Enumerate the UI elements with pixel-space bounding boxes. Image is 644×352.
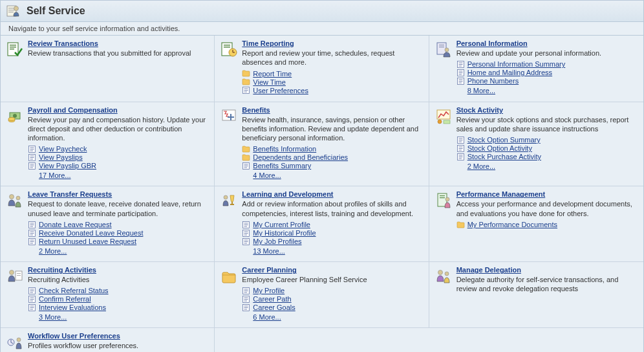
svg-point-38 bbox=[8, 117, 15, 120]
tile-title-link-performance-management[interactable]: Performance Management bbox=[456, 190, 546, 198]
page-icon bbox=[28, 296, 36, 303]
page-icon bbox=[242, 221, 250, 228]
tile-title-link-manage-delegation[interactable]: Manage Delegation bbox=[456, 266, 521, 274]
svg-point-74 bbox=[16, 196, 20, 200]
tile-desc: Review transactions that you submitted f… bbox=[28, 49, 209, 58]
tile-title-link-stock-activity[interactable]: Stock Activity bbox=[456, 106, 503, 114]
svg-point-59 bbox=[438, 120, 442, 124]
svg-rect-103 bbox=[440, 195, 445, 196]
sublink-stock-option-summary[interactable]: Stock Option Summary bbox=[467, 136, 541, 144]
tile-title-link-leave-transfer-requests[interactable]: Leave Transfer Requests bbox=[28, 190, 112, 198]
sublink-row: Phone Numbers bbox=[456, 77, 638, 85]
sublink-benefits-information[interactable]: Benefits Information bbox=[253, 145, 316, 153]
sublink-row: My Job Profiles bbox=[242, 237, 423, 245]
tile-body: Performance ManagementAccess your perfor… bbox=[456, 190, 638, 229]
money-icon bbox=[6, 107, 24, 126]
tile-body: BenefitsReview health, insurance, saving… bbox=[242, 106, 423, 180]
sublink-dependents-and-beneficiaries[interactable]: Dependents and Beneficiaries bbox=[253, 153, 348, 161]
folder-icon bbox=[242, 70, 250, 77]
clock-icon bbox=[220, 41, 238, 59]
page-icon bbox=[456, 78, 465, 85]
sublink-row: My Current Profile bbox=[242, 221, 423, 228]
page-icon bbox=[28, 238, 36, 245]
sublink-view-payslip-gbr[interactable]: View Payslip GBR bbox=[39, 162, 96, 170]
tile-title-link-review-transactions[interactable]: Review Transactions bbox=[28, 39, 98, 47]
sublink-row: View Paycheck bbox=[28, 145, 209, 153]
tile-title-link-benefits[interactable]: Benefits bbox=[242, 106, 270, 114]
tile-title-link-time-reporting[interactable]: Time Reporting bbox=[242, 39, 294, 47]
sublink-confirm-referral[interactable]: Confirm Referral bbox=[39, 295, 91, 303]
svg-rect-53 bbox=[228, 116, 234, 118]
tile-body: Leave Transfer RequestsRequest to donate… bbox=[28, 190, 209, 255]
sublink-row: Check Referral Status bbox=[28, 287, 209, 294]
sublink-receive-donated-leave-request[interactable]: Receive Donated Leave Request bbox=[39, 229, 143, 237]
tile-body: Stock ActivityReview your stock options … bbox=[456, 106, 638, 171]
more-link-stock-activity[interactable]: 2 More... bbox=[467, 162, 495, 170]
sublink-view-time[interactable]: View Time bbox=[253, 78, 286, 86]
tile-title-link-personal-information[interactable]: Personal Information bbox=[456, 39, 528, 47]
sublink-benefits-summary[interactable]: Benefits Summary bbox=[253, 162, 311, 170]
sublink-row: Career Goals bbox=[242, 303, 423, 311]
more-link-payroll-and-compensation[interactable]: 17 More... bbox=[39, 171, 71, 179]
sublink-my-current-profile[interactable]: My Current Profile bbox=[253, 221, 310, 228]
tile-time-reporting: Time ReportingReport and review your tim… bbox=[215, 36, 429, 102]
folder-icon bbox=[456, 221, 465, 228]
sublink-report-time[interactable]: Report Time bbox=[253, 70, 292, 78]
page-icon bbox=[28, 230, 36, 237]
sublink-stock-purchase-activity[interactable]: Stock Purchase Activity bbox=[467, 153, 541, 160]
sublink-row: Donate Leave Request bbox=[28, 221, 209, 228]
tile-title-link-learning-and-development[interactable]: Learning and Development bbox=[242, 190, 333, 198]
page-title: Self Service bbox=[27, 5, 85, 17]
sublink-row: Return Unused Leave Request bbox=[28, 237, 209, 245]
tile-body: Payroll and CompensationReview your pay … bbox=[28, 106, 209, 180]
sublink-career-goals[interactable]: Career Goals bbox=[253, 303, 295, 311]
sublink-row: Report Time bbox=[242, 70, 423, 78]
tile-title-link-recruiting-activities[interactable]: Recruiting Activities bbox=[28, 266, 96, 274]
more-link-career-planning[interactable]: 6 More... bbox=[253, 313, 281, 321]
more-link-leave-transfer-requests[interactable]: 2 More... bbox=[39, 247, 67, 255]
tile-desc: Review your pay and compensation history… bbox=[28, 115, 209, 143]
page-icon bbox=[28, 287, 36, 294]
more-link-recruiting-activities[interactable]: 3 More... bbox=[39, 313, 67, 321]
tile-personal-information: Personal InformationReview and update yo… bbox=[429, 36, 643, 102]
page-icon bbox=[242, 238, 250, 245]
sublink-user-preferences[interactable]: User Preferences bbox=[253, 87, 308, 94]
more-link-learning-and-development[interactable]: 13 More... bbox=[253, 247, 285, 255]
page-icon bbox=[242, 162, 250, 170]
sublink-donate-leave-request[interactable]: Donate Leave Request bbox=[39, 221, 112, 228]
more-link-personal-information[interactable]: 8 More... bbox=[467, 87, 495, 94]
more-link-benefits[interactable]: 4 More... bbox=[253, 171, 281, 179]
sublink-phone-numbers[interactable]: Phone Numbers bbox=[467, 77, 519, 85]
svg-rect-88 bbox=[231, 202, 233, 204]
sublink-check-referral-status[interactable]: Check Referral Status bbox=[39, 287, 109, 294]
self-service-page: Self Service Navigate to your self servi… bbox=[0, 0, 644, 352]
sublink-my-profile[interactable]: My Profile bbox=[253, 287, 284, 294]
page-icon bbox=[456, 145, 465, 152]
sublink-view-payslips[interactable]: View Payslips bbox=[39, 153, 83, 161]
sublink-stock-option-activity[interactable]: Stock Option Activity bbox=[467, 144, 532, 152]
perf-icon bbox=[435, 192, 453, 210]
sublink-home-and-mailing-address[interactable]: Home and Mailing Address bbox=[467, 69, 552, 76]
tile-sublinks: Check Referral StatusConfirm ReferralInt… bbox=[28, 287, 209, 311]
sublink-view-paycheck[interactable]: View Paycheck bbox=[39, 145, 87, 153]
tile-title-link-workflow-user-preferences[interactable]: Workflow User Preferences bbox=[28, 332, 120, 340]
tile-workflow-user-preferences: Workflow User PreferencesProfiles workfl… bbox=[1, 328, 215, 352]
recruit-icon bbox=[6, 267, 24, 285]
sublink-row: View Payslips bbox=[28, 153, 209, 161]
sublink-return-unused-leave-request[interactable]: Return Unused Leave Request bbox=[39, 237, 136, 245]
sublink-career-path[interactable]: Career Path bbox=[253, 295, 291, 303]
tile-sublinks: My Current ProfileMy Historical ProfileM… bbox=[242, 221, 423, 245]
sublink-interview-evaluations[interactable]: Interview Evaluations bbox=[39, 303, 106, 311]
svg-rect-21 bbox=[439, 47, 444, 47]
tile-title-link-career-planning[interactable]: Career Planning bbox=[242, 266, 296, 274]
sublink-row: Career Path bbox=[242, 295, 423, 303]
svg-point-106 bbox=[10, 270, 14, 275]
sublink-personal-information-summary[interactable]: Personal Information Summary bbox=[467, 60, 566, 68]
sublink-row: View Time bbox=[242, 78, 423, 86]
tile-body: Learning and DevelopmentAdd or review in… bbox=[242, 190, 423, 255]
sublink-my-performance-documents[interactable]: My Performance Documents bbox=[467, 221, 557, 228]
tile-title-link-payroll-and-compensation[interactable]: Payroll and Compensation bbox=[28, 106, 118, 114]
sublink-my-job-profiles[interactable]: My Job Profiles bbox=[253, 237, 301, 245]
sublink-my-historical-profile[interactable]: My Historical Profile bbox=[253, 229, 316, 237]
self-service-icon bbox=[6, 3, 21, 19]
